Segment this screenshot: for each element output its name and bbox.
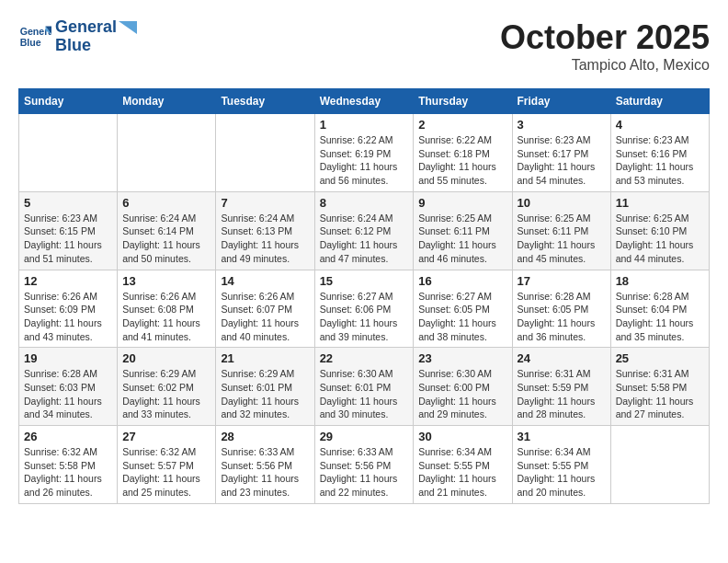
day-info: Sunrise: 6:23 AM Sunset: 6:15 PM Dayligh…	[24, 212, 112, 266]
day-info: Sunrise: 6:29 AM Sunset: 6:01 PM Dayligh…	[221, 367, 309, 421]
calendar-cell: 24Sunrise: 6:31 AM Sunset: 5:59 PM Dayli…	[512, 348, 610, 426]
day-of-week-header: Thursday	[414, 89, 512, 114]
day-info: Sunrise: 6:26 AM Sunset: 6:07 PM Dayligh…	[221, 290, 309, 344]
day-info: Sunrise: 6:28 AM Sunset: 6:05 PM Dayligh…	[518, 290, 606, 344]
day-number: 10	[518, 196, 606, 210]
month-title: October 2025	[500, 18, 710, 57]
calendar-cell: 9Sunrise: 6:25 AM Sunset: 6:11 PM Daylig…	[414, 191, 512, 270]
day-number: 26	[24, 430, 112, 443]
day-number: 15	[320, 274, 409, 288]
calendar-cell	[19, 114, 118, 192]
day-info: Sunrise: 6:24 AM Sunset: 6:12 PM Dayligh…	[320, 212, 409, 266]
calendar-cell: 10Sunrise: 6:25 AM Sunset: 6:11 PM Dayli…	[512, 191, 610, 270]
logo-line1: General	[55, 18, 137, 37]
calendar-cell: 29Sunrise: 6:33 AM Sunset: 5:56 PM Dayli…	[314, 426, 414, 504]
day-info: Sunrise: 6:27 AM Sunset: 6:05 PM Dayligh…	[418, 290, 506, 344]
day-number: 4	[616, 118, 704, 132]
calendar-cell: 27Sunrise: 6:32 AM Sunset: 5:57 PM Dayli…	[118, 426, 216, 504]
day-number: 31	[518, 430, 606, 443]
day-number: 19	[24, 351, 112, 365]
calendar-cell	[118, 114, 216, 192]
day-of-week-header: Friday	[512, 89, 610, 114]
calendar-cell	[216, 114, 314, 192]
day-number: 3	[518, 118, 606, 132]
calendar-cell: 11Sunrise: 6:25 AM Sunset: 6:10 PM Dayli…	[610, 191, 709, 270]
calendar-cell: 23Sunrise: 6:30 AM Sunset: 6:00 PM Dayli…	[414, 348, 512, 426]
calendar-cell: 17Sunrise: 6:28 AM Sunset: 6:05 PM Dayli…	[512, 270, 610, 348]
day-info: Sunrise: 6:26 AM Sunset: 6:09 PM Dayligh…	[24, 290, 112, 344]
calendar-cell: 30Sunrise: 6:34 AM Sunset: 5:55 PM Dayli…	[414, 426, 512, 504]
calendar-cell: 16Sunrise: 6:27 AM Sunset: 6:05 PM Dayli…	[414, 270, 512, 348]
calendar-cell: 1Sunrise: 6:22 AM Sunset: 6:19 PM Daylig…	[314, 114, 414, 192]
day-number: 27	[122, 430, 210, 443]
calendar-cell: 28Sunrise: 6:33 AM Sunset: 5:56 PM Dayli…	[216, 426, 314, 504]
calendar-week-row: 5Sunrise: 6:23 AM Sunset: 6:15 PM Daylig…	[19, 191, 710, 270]
calendar-cell: 7Sunrise: 6:24 AM Sunset: 6:13 PM Daylig…	[216, 191, 314, 270]
day-number: 21	[221, 351, 309, 365]
day-info: Sunrise: 6:30 AM Sunset: 6:00 PM Dayligh…	[418, 367, 506, 421]
logo-icon: General Blue	[18, 20, 51, 53]
day-number: 28	[221, 430, 309, 443]
calendar-cell: 13Sunrise: 6:26 AM Sunset: 6:08 PM Dayli…	[118, 270, 216, 348]
day-number: 18	[616, 274, 704, 288]
day-of-week-header: Tuesday	[216, 89, 314, 114]
calendar-cell: 21Sunrise: 6:29 AM Sunset: 6:01 PM Dayli…	[216, 348, 314, 426]
svg-text:Blue: Blue	[20, 37, 41, 48]
day-number: 29	[320, 430, 409, 443]
day-info: Sunrise: 6:22 AM Sunset: 6:19 PM Dayligh…	[320, 133, 409, 188]
day-number: 7	[221, 196, 309, 210]
day-of-week-header: Sunday	[19, 89, 118, 114]
calendar-week-row: 1Sunrise: 6:22 AM Sunset: 6:19 PM Daylig…	[19, 114, 710, 192]
logo-line2: Blue	[55, 37, 137, 55]
day-info: Sunrise: 6:30 AM Sunset: 6:01 PM Dayligh…	[320, 367, 409, 421]
calendar-cell: 20Sunrise: 6:29 AM Sunset: 6:02 PM Dayli…	[118, 348, 216, 426]
day-of-week-header: Monday	[118, 89, 216, 114]
day-info: Sunrise: 6:34 AM Sunset: 5:55 PM Dayligh…	[418, 445, 506, 500]
calendar-header-row: SundayMondayTuesdayWednesdayThursdayFrid…	[19, 89, 710, 114]
calendar-week-row: 19Sunrise: 6:28 AM Sunset: 6:03 PM Dayli…	[19, 348, 710, 426]
calendar-cell	[610, 426, 709, 504]
day-number: 25	[616, 351, 704, 365]
day-number: 6	[122, 196, 210, 210]
day-info: Sunrise: 6:32 AM Sunset: 5:58 PM Dayligh…	[24, 445, 112, 500]
day-info: Sunrise: 6:27 AM Sunset: 6:06 PM Dayligh…	[320, 290, 409, 344]
day-info: Sunrise: 6:25 AM Sunset: 6:11 PM Dayligh…	[518, 212, 606, 266]
logo-wordmark: General Blue	[55, 18, 137, 55]
day-number: 16	[418, 274, 506, 288]
day-info: Sunrise: 6:23 AM Sunset: 6:17 PM Dayligh…	[518, 133, 606, 188]
day-number: 1	[320, 118, 409, 132]
day-info: Sunrise: 6:33 AM Sunset: 5:56 PM Dayligh…	[221, 445, 309, 500]
day-number: 23	[418, 351, 506, 365]
calendar-week-row: 12Sunrise: 6:26 AM Sunset: 6:09 PM Dayli…	[19, 270, 710, 348]
title-block: October 2025 Tampico Alto, Mexico	[500, 18, 710, 74]
calendar-cell: 22Sunrise: 6:30 AM Sunset: 6:01 PM Dayli…	[314, 348, 414, 426]
day-info: Sunrise: 6:25 AM Sunset: 6:11 PM Dayligh…	[418, 212, 506, 266]
day-info: Sunrise: 6:29 AM Sunset: 6:02 PM Dayligh…	[122, 367, 210, 421]
day-info: Sunrise: 6:24 AM Sunset: 6:13 PM Dayligh…	[221, 212, 309, 266]
day-info: Sunrise: 6:33 AM Sunset: 5:56 PM Dayligh…	[320, 445, 409, 500]
calendar-cell: 3Sunrise: 6:23 AM Sunset: 6:17 PM Daylig…	[512, 114, 610, 192]
day-number: 9	[418, 196, 506, 210]
day-info: Sunrise: 6:28 AM Sunset: 6:04 PM Dayligh…	[616, 290, 704, 344]
day-number: 2	[418, 118, 506, 132]
day-info: Sunrise: 6:31 AM Sunset: 5:59 PM Dayligh…	[518, 367, 606, 421]
day-info: Sunrise: 6:26 AM Sunset: 6:08 PM Dayligh…	[122, 290, 210, 344]
calendar-cell: 31Sunrise: 6:34 AM Sunset: 5:55 PM Dayli…	[512, 426, 610, 504]
day-info: Sunrise: 6:23 AM Sunset: 6:16 PM Dayligh…	[616, 133, 704, 188]
day-info: Sunrise: 6:28 AM Sunset: 6:03 PM Dayligh…	[24, 367, 112, 421]
calendar-cell: 15Sunrise: 6:27 AM Sunset: 6:06 PM Dayli…	[314, 270, 414, 348]
svg-marker-4	[119, 21, 137, 34]
day-number: 13	[122, 274, 210, 288]
day-of-week-header: Saturday	[610, 89, 709, 114]
day-info: Sunrise: 6:32 AM Sunset: 5:57 PM Dayligh…	[122, 445, 210, 500]
day-number: 14	[221, 274, 309, 288]
calendar-cell: 25Sunrise: 6:31 AM Sunset: 5:58 PM Dayli…	[610, 348, 709, 426]
day-number: 22	[320, 351, 409, 365]
day-number: 11	[616, 196, 704, 210]
day-of-week-header: Wednesday	[314, 89, 414, 114]
calendar-table: SundayMondayTuesdayWednesdayThursdayFrid…	[18, 88, 710, 504]
calendar-cell: 6Sunrise: 6:24 AM Sunset: 6:14 PM Daylig…	[118, 191, 216, 270]
header: General Blue General Blue October 2025 T…	[18, 18, 710, 74]
day-info: Sunrise: 6:34 AM Sunset: 5:55 PM Dayligh…	[518, 445, 606, 500]
day-number: 8	[320, 196, 409, 210]
